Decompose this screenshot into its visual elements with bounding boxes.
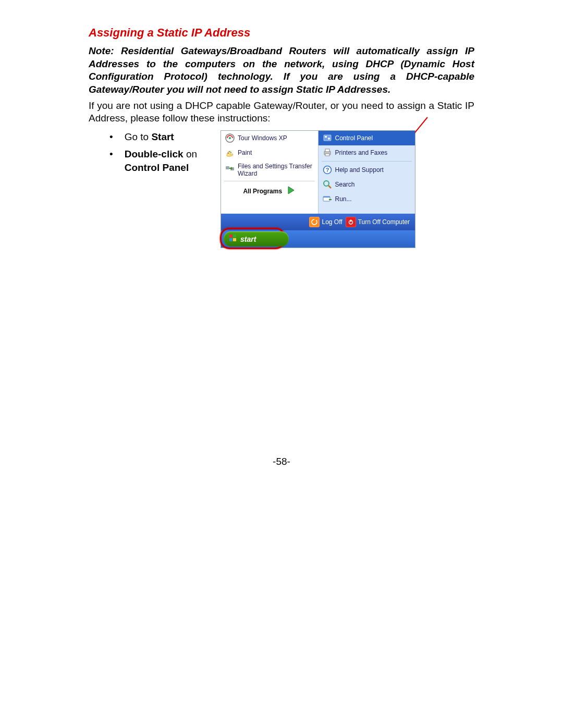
windows-logo-icon [229, 234, 237, 244]
menu-item-label: Search [335, 181, 355, 188]
menu-item-help-support[interactable]: ? Help and Support [319, 163, 415, 177]
document-page: Assigning a Static IP Address Note: Resi… [0, 0, 563, 728]
bullet-icon: • [109, 147, 113, 175]
section-heading: Assigning a Static IP Address [89, 26, 474, 40]
text-fragment: on [183, 149, 197, 159]
svg-rect-14 [325, 149, 329, 152]
taskbar: start [221, 230, 415, 248]
menu-divider [224, 181, 315, 181]
svg-rect-24 [229, 235, 232, 238]
start-menu-body: Tour Windows XP Paint Files and Set [221, 131, 415, 214]
tour-xp-icon [225, 133, 235, 143]
logoff-icon [309, 217, 320, 227]
menu-item-label: Printers and Faxes [335, 149, 388, 156]
search-icon [323, 180, 332, 189]
menu-item-paint[interactable]: Paint [221, 145, 318, 160]
start-button-label: start [240, 235, 256, 243]
svg-rect-26 [229, 238, 232, 241]
text-bold: Start [151, 131, 174, 142]
start-menu-screenshot: Tour Windows XP Paint Files and Set [221, 130, 415, 248]
menu-item-label: Run... [335, 195, 352, 203]
all-programs-button[interactable]: All Programs [221, 182, 318, 200]
svg-line-19 [328, 186, 331, 188]
menu-item-run[interactable]: Run... [319, 192, 415, 206]
logoff-button[interactable]: Log Off [309, 217, 342, 227]
svg-rect-10 [324, 135, 331, 141]
text-fragment: Files and Settings Transfer [238, 163, 312, 170]
svg-text:?: ? [325, 167, 329, 173]
button-label: Log Off [322, 218, 342, 226]
menu-item-control-panel[interactable]: Control Panel [319, 131, 415, 145]
run-icon [323, 194, 332, 204]
button-label: Turn Off Computer [358, 218, 410, 226]
text-fragment: Wizard [238, 170, 257, 177]
start-button[interactable]: start [224, 231, 289, 246]
svg-rect-11 [325, 136, 327, 138]
transfer-wizard-icon [225, 164, 235, 173]
menu-divider [322, 161, 412, 162]
power-icon [346, 217, 356, 227]
svg-rect-25 [233, 235, 236, 238]
svg-point-4 [228, 153, 229, 154]
svg-point-6 [230, 152, 231, 153]
text-bold: Double-click [125, 149, 183, 159]
help-icon: ? [323, 165, 332, 175]
note-paragraph: Note: Residential Gateways/Broadband Rou… [89, 45, 474, 96]
instruction-text: Go to Start [125, 130, 174, 144]
instruction-list: • Go to Start • Double-click on Control … [89, 130, 216, 178]
menu-item-label: Paint [238, 149, 252, 156]
page-number: -58- [0, 456, 563, 467]
start-menu-left-column: Tour Windows XP Paint Files and Set [221, 131, 318, 214]
menu-item-files-settings-transfer[interactable]: Files and Settings Transfer Wizard [221, 160, 318, 180]
instruction-item: • Double-click on Control Panel [109, 147, 216, 175]
svg-point-12 [328, 138, 330, 140]
instruction-item: • Go to Start [109, 130, 216, 144]
svg-rect-15 [325, 154, 329, 156]
printer-icon [323, 148, 332, 157]
svg-rect-21 [323, 196, 330, 198]
turn-off-button[interactable]: Turn Off Computer [346, 217, 410, 227]
menu-item-label: Help and Support [335, 166, 384, 174]
menu-item-label: All Programs [243, 188, 282, 195]
menu-item-search[interactable]: Search [319, 177, 415, 192]
text-fragment: Go to [125, 131, 152, 142]
play-arrow-icon [286, 186, 296, 196]
menu-item-label: Files and Settings Transfer Wizard [238, 163, 312, 177]
start-menu-right-column: Control Panel Printers and Faxes ? Help [318, 131, 415, 214]
svg-rect-27 [233, 238, 236, 241]
svg-point-18 [324, 181, 329, 186]
svg-rect-7 [226, 166, 229, 169]
bullet-icon: • [109, 130, 113, 144]
menu-item-label: Control Panel [335, 134, 373, 142]
two-column-row: • Go to Start • Double-click on Control … [89, 130, 474, 248]
svg-point-3 [229, 137, 231, 139]
menu-item-label: Tour Windows XP [238, 134, 287, 142]
paint-icon [225, 148, 235, 157]
menu-item-tour-xp[interactable]: Tour Windows XP [221, 131, 318, 145]
instruction-text: Double-click on Control Panel [125, 147, 197, 175]
text-bold: Control Panel [125, 162, 189, 173]
control-panel-icon [323, 133, 332, 143]
menu-item-printers-faxes[interactable]: Printers and Faxes [319, 145, 415, 160]
svg-point-5 [229, 151, 230, 152]
svg-marker-9 [288, 187, 294, 194]
